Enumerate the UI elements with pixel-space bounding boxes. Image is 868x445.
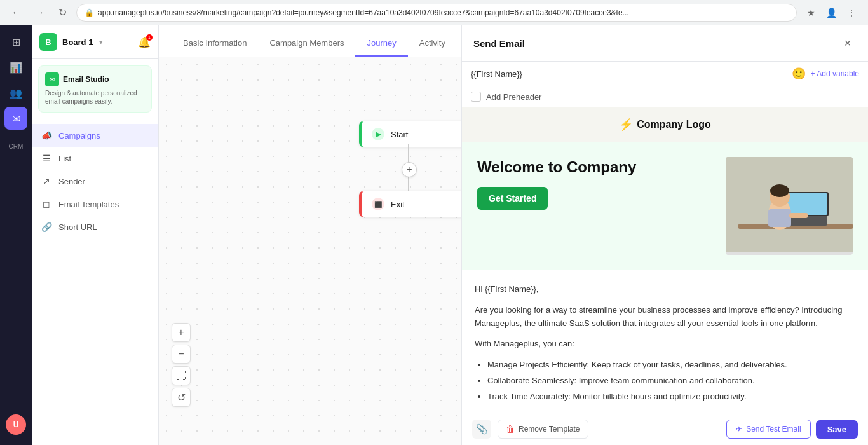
panel-title: Send Email [473,38,525,49]
add-variable-button[interactable]: + Add variable [811,69,859,78]
campaigns-icon: 📣 [41,130,52,141]
sidebar: B Board 1 ▾ 🔔 1 ✉ Email Studio Design & … [32,25,159,445]
reset-button[interactable]: ↺ [172,388,191,407]
email-studio-card: ✉ Email Studio Design & automate persona… [38,65,152,113]
remove-template-button[interactable]: 🗑 Remove Template [498,420,588,439]
send-email-panel: Send Email × 🙂 + Add variable Add Prehea… [461,25,868,445]
short-url-label: Short URL [58,222,97,232]
analytics-icon[interactable]: 📊 [4,56,27,79]
subject-actions: 🙂 + Add variable [792,67,859,81]
start-node-icon: ▶ [372,128,384,140]
email-greeting: Hi {{First Name}}, [475,283,855,296]
exit-node-label: Exit [391,200,405,209]
bookmark-button[interactable]: ★ [802,4,820,22]
email-hero-headline: Welcome to Company [477,157,715,177]
email-hero: Welcome to Company Get Started [462,142,868,270]
brand-name: Board 1 [62,38,93,47]
brand-icon: B [39,33,57,51]
preheader-label: Add Preheader [486,92,541,102]
zoom-out-button[interactable]: − [172,345,191,364]
crm-icon[interactable]: CRM [4,135,27,158]
address-bar: 🔒 app.manageplus.io/business/8/marketing… [76,4,797,22]
list-icon: ☰ [41,153,52,164]
tabs-bar: Basic Information Campaign Members Journ… [159,25,461,57]
email-bullet-list: Manage Projects Efficiently: Keep track … [487,359,855,403]
subject-input[interactable] [471,69,792,79]
bullet-item-1: Manage Projects Efficiently: Keep track … [487,359,855,372]
email-studio-icon: ✉ [45,72,59,86]
email-studio-description: Design & automate personalized email cam… [45,89,145,106]
send-test-label: Send Test Email [746,425,801,434]
sidebar-item-list[interactable]: ☰ List [32,147,158,170]
svg-rect-10 [789,213,808,218]
preheader-checkbox[interactable] [471,92,481,102]
panel-header: Send Email × [462,25,868,62]
panel-footer-right: ✈ Send Test Email Save [726,420,858,439]
exit-node-icon: ⬛ [372,198,384,210]
email-icon[interactable]: ✉ [4,107,27,130]
brand-chevron-icon: ▾ [99,38,103,46]
notification-badge: 1 [146,34,153,41]
browser-bar: ← → ↻ 🔒 app.manageplus.io/business/8/mar… [0,0,868,25]
panel-footer: 📎 🗑 Remove Template ✈ Send Test Email Sa… [462,413,868,445]
main-content: Basic Information Campaign Members Journ… [159,25,461,445]
sidebar-item-campaigns[interactable]: 📣 Campaigns [32,124,158,147]
tab-basic-information[interactable]: Basic Information [172,31,258,57]
list-label: List [58,154,71,163]
notification-bell[interactable]: 🔔 1 [138,36,151,48]
emoji-button[interactable]: 🙂 [792,67,806,81]
sidebar-item-sender[interactable]: ↗ Sender [32,170,158,193]
add-node-button[interactable]: + [402,162,417,177]
bullet-item-3: Track Time Accurately: Monitor billable … [487,390,855,404]
sender-icon: ↗ [41,175,52,187]
back-button[interactable]: ← [8,4,25,22]
apps-icon[interactable]: ⊞ [4,31,27,53]
notification-area: 🔔 1 [138,36,151,48]
lock-icon: 🔒 [85,8,94,17]
profile-button[interactable]: 👤 [822,4,840,22]
forward-button[interactable]: → [31,4,48,22]
zoom-in-button[interactable]: + [172,323,191,342]
email-studio-header: ✉ Email Studio [45,72,145,86]
company-logo-text: Company Logo [637,119,710,130]
short-url-icon: 🔗 [41,221,52,233]
fit-screen-button[interactable]: ⛶ [172,366,191,385]
user-avatar[interactable]: U [6,414,26,435]
logo-icon: ⚡ [619,118,633,132]
start-node-label: Start [391,130,408,139]
refresh-button[interactable]: ↻ [53,4,71,22]
email-hero-text: Welcome to Company Get Started [477,157,726,255]
svg-point-8 [770,184,789,197]
url-text: app.manageplus.io/business/8/marketing/c… [98,8,629,17]
remove-template-icon: 🗑 [506,424,515,434]
email-body-intro: With Manageplus, you can: [475,338,855,351]
send-test-email-button[interactable]: ✈ Send Test Email [726,420,811,439]
panel-close-button[interactable]: × [839,34,857,52]
save-button[interactable]: Save [816,420,858,439]
sidebar-item-short-url[interactable]: 🔗 Short URL [32,216,158,238]
email-preview-inner: ⚡ Company Logo Welcome to Company Get St… [462,107,868,413]
attach-button[interactable]: 📎 [472,420,491,439]
tab-journey[interactable]: Journey [355,31,407,57]
sidebar-header: B Board 1 ▾ 🔔 1 [32,25,158,59]
sidebar-nav: 📣 Campaigns ☰ List ↗ Sender ◻ Email Temp… [32,119,158,445]
remove-template-label: Remove Template [519,425,580,434]
start-node[interactable]: ▶ Start [359,121,461,147]
email-body-paragraph1: Are you looking for a way to streamline … [475,304,855,331]
zoom-controls: + − ⛶ ↺ [172,323,191,407]
journey-canvas: ▶ Start + ⬛ Exit + − ⛶ ↺ [159,57,461,445]
panel-footer-left: 📎 🗑 Remove Template [472,420,588,439]
email-logo-bar: ⚡ Company Logo [462,107,868,142]
menu-button[interactable]: ⋮ [843,4,860,22]
tab-campaign-members[interactable]: Campaign Members [258,31,355,57]
email-hero-cta[interactable]: Get Started [477,187,548,210]
sidebar-item-email-templates[interactable]: ◻ Email Templates [32,193,158,216]
exit-node[interactable]: ⬛ Exit [359,191,461,217]
canvas-grid [159,57,461,445]
tab-activity[interactable]: Activity [408,31,457,57]
bullet-item-2: Collaborate Seamlessly: Improve team com… [487,374,855,388]
brand-section: B Board 1 ▾ 🔔 1 [39,33,151,51]
send-test-icon: ✈ [736,425,742,434]
email-templates-icon: ◻ [41,198,52,210]
contacts-icon[interactable]: 👥 [4,81,27,104]
